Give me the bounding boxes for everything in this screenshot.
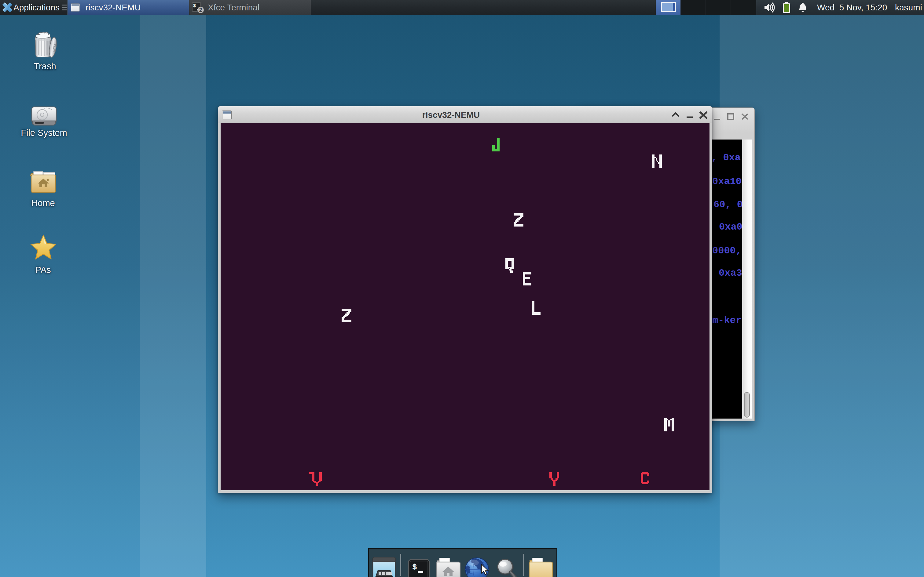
svg-text:$: $ — [412, 562, 417, 572]
